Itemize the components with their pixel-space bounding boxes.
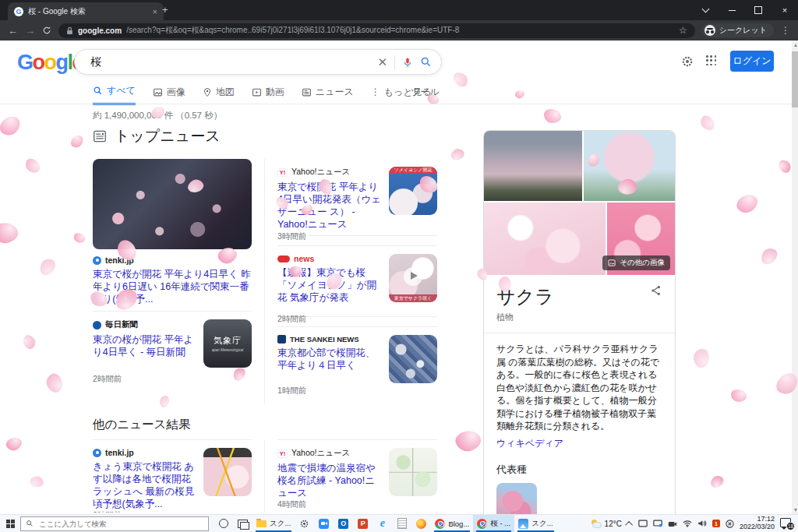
taskbar-internet-explorer[interactable]: e: [373, 515, 392, 532]
reload-icon[interactable]: [42, 26, 51, 35]
tab-close-icon[interactable]: ×: [153, 7, 157, 16]
news-title-link[interactable]: 【速報】東京でも桜「ソメイヨシノ」が開花 気象庁が発表: [277, 266, 381, 304]
kp-image-cherry-tree-dark[interactable]: [484, 131, 582, 201]
sankei-favicon: [277, 335, 286, 344]
news-item[interactable]: news 【速報】東京でも桜「ソメイヨシノ」が開花 気象庁が発表 東京でサクラ咲…: [277, 245, 437, 317]
taskbar-firefox[interactable]: [411, 515, 431, 532]
news-item[interactable]: Y!Yahoo!ニュース 地震で損壊の温泉宿や桜名所試練 - Yahoo!ニュー…: [277, 439, 437, 513]
camera-device-icon[interactable]: [668, 520, 677, 527]
news-item[interactable]: THE SANKEI NEWS 東京都心部で桜開花、平年より４日早く 1時間前: [277, 326, 437, 404]
taskbar-zoom[interactable]: [314, 515, 334, 532]
start-button[interactable]: [0, 515, 20, 532]
close-button[interactable]: ×: [772, 0, 798, 20]
safely-remove-icon[interactable]: [726, 520, 734, 528]
taskbar-settings[interactable]: [295, 515, 314, 532]
kp-image-cherry-tree-bright[interactable]: [584, 131, 675, 201]
display-cast-icon[interactable]: [653, 520, 662, 527]
browser-menu-icon[interactable]: ⋮: [781, 25, 790, 36]
weather-widget[interactable]: 12°C: [591, 520, 622, 528]
news-title-link[interactable]: 東京都心部で桜開花、平年より４日早く: [277, 347, 381, 372]
google-apps-grid-icon[interactable]: [706, 55, 717, 66]
news-thumb-forecast-chart[interactable]: [203, 448, 252, 496]
news-title-link[interactable]: 東京で桜開花 平年より4日早い開花発表（ウェザーニュー ス） - Yahoo!ニ…: [277, 181, 381, 231]
share-icon[interactable]: [650, 284, 662, 297]
species-thumb-satozakura[interactable]: [496, 483, 537, 516]
scroll-up-arrow[interactable]: [794, 44, 797, 47]
task-view-button[interactable]: [233, 515, 252, 532]
news-title-link[interactable]: きょう東京で桜開花 あす以降は各地で桜開花ラッシュへ 最新の桜見頃予想(気象予.…: [93, 460, 196, 510]
chrome-icon: [477, 519, 487, 529]
tablet-mode-icon[interactable]: [638, 520, 648, 527]
bookmark-star-icon[interactable]: ☆: [679, 25, 687, 36]
google-logo[interactable]: Google: [17, 51, 83, 75]
tab-videos[interactable]: 動画: [252, 84, 284, 105]
login-button[interactable]: ログイン: [730, 51, 774, 72]
clear-search-icon[interactable]: ✕: [377, 55, 387, 69]
taskbar-explorer-window[interactable]: スク...: [252, 515, 295, 532]
news-thumb-jma-building[interactable]: 気象庁 apan Meteorological: [203, 319, 252, 368]
tab-maps[interactable]: 地図: [203, 84, 235, 105]
taskbar-powerpoint[interactable]: P: [353, 515, 373, 532]
taskbar-clock[interactable]: 17:12 2022/03/20: [740, 516, 775, 530]
wikipedia-link[interactable]: ウィキペディア: [496, 437, 662, 450]
news-title-link[interactable]: 東京の桜が開花 平年より4日早く - 毎日新聞: [93, 333, 196, 358]
news-title-link[interactable]: 地震で損壊の温泉宿や桜名所試練 - Yahoo!ニュース: [277, 462, 381, 499]
scrollbar-thumb[interactable]: [792, 51, 798, 107]
scroll-down-arrow[interactable]: [794, 509, 797, 512]
tab-search-chevron-icon[interactable]: [692, 0, 719, 20]
news-video-thumb[interactable]: 東京でサクラ咲く: [389, 254, 437, 302]
news-item[interactable]: tenki.jp きょう東京で桜開花 あす以降は各地で桜開花ラッシュへ 最新の桜…: [93, 439, 252, 513]
news-item[interactable]: tenki.jp 東京で桜が開花 平年より4日早く 昨年より6日遅い 16年連続…: [93, 159, 252, 312]
news-thumb-aerial[interactable]: [389, 335, 437, 383]
search-tabs: すべて 画像 地図 動画 ニュース ⋮ もっと見る: [93, 84, 432, 105]
search-button-icon[interactable]: [420, 56, 432, 68]
settings-gear-icon[interactable]: [681, 55, 694, 68]
taskbar-notepad[interactable]: [392, 515, 411, 532]
new-tab-button[interactable]: +: [162, 4, 168, 16]
taskbar-chrome-window-1[interactable]: Blog...: [431, 515, 473, 532]
cortana-button[interactable]: [214, 515, 233, 532]
more-images-chip[interactable]: その他の画像: [602, 255, 670, 270]
news-image-cherry-branches[interactable]: [93, 159, 252, 249]
security-alert-icon[interactable]: 1: [712, 520, 720, 527]
mic-icon[interactable]: [402, 57, 413, 68]
page-scrollbar[interactable]: [792, 41, 798, 515]
action-center-button[interactable]: 18: [780, 517, 794, 530]
browser-tab[interactable]: G 桜 - Google 検索 ×: [8, 2, 164, 20]
news-item[interactable]: 毎日新聞 東京の桜が開花 平年より4日早く - 毎日新聞 2時間前 気象庁 ap…: [93, 312, 252, 393]
taskbar-photos-window[interactable]: スク...: [514, 515, 556, 532]
back-icon[interactable]: ←: [8, 26, 18, 36]
address-bar[interactable]: google.com/search?q=桜&oq=桜&aqs=chrome..6…: [58, 23, 695, 38]
kp-image-blossom-closeup[interactable]: [484, 203, 606, 275]
search-box[interactable]: ✕: [74, 49, 442, 75]
news-title-link[interactable]: 東京で桜が開花 平年より4日早く 昨年より6日遅い 16年連続で関東一番乗り(気…: [93, 268, 252, 305]
tray-expand-chevron-icon[interactable]: [625, 520, 633, 528]
cherry-petal: [449, 146, 466, 164]
taskbar-outlook[interactable]: O: [334, 515, 353, 532]
taskbar-chrome-window-2[interactable]: 桜 - ...: [473, 515, 514, 532]
result-stats: 約 1,490,000,000 件 （0.57 秒）: [93, 110, 222, 122]
cherry-petal: [450, 70, 470, 89]
news-item[interactable]: Y!Yahoo!ニュース 東京で桜開花 平年より4日早い開花発表（ウェザーニュー…: [277, 159, 437, 236]
tab-all[interactable]: すべて: [93, 84, 136, 105]
play-button-icon[interactable]: [404, 267, 422, 286]
news-thumb-blossom-sky[interactable]: ソメイヨシノ開花: [389, 167, 437, 215]
news-time: 2時間前: [93, 374, 196, 385]
wifi-icon[interactable]: [683, 520, 692, 527]
taskbar-search[interactable]: [20, 516, 209, 531]
tools-button[interactable]: ツール: [411, 86, 440, 99]
minimize-button[interactable]: [719, 0, 745, 20]
search-icon: [26, 520, 34, 527]
volume-icon[interactable]: [697, 520, 707, 527]
map-pin-icon: [203, 87, 212, 97]
maximize-button[interactable]: [745, 0, 772, 20]
news-source: 毎日新聞: [105, 319, 138, 330]
taskbar-search-input[interactable]: [37, 519, 203, 529]
kp-subtitle: 植物: [496, 312, 662, 323]
news-thumb-map[interactable]: [389, 448, 437, 496]
news-time: 4時間前: [277, 499, 381, 510]
tab-news[interactable]: ニュース: [302, 84, 354, 105]
forward-icon[interactable]: →: [25, 26, 35, 36]
tab-images[interactable]: 画像: [153, 84, 185, 105]
search-input[interactable]: [89, 55, 370, 69]
